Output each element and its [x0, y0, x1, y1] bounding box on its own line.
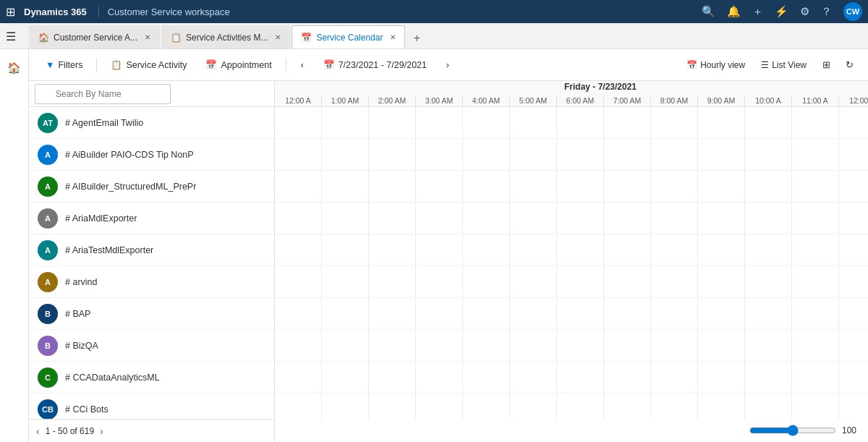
grid-cell[interactable]: [698, 362, 745, 393]
grid-cell[interactable]: [557, 203, 604, 234]
grid-cell[interactable]: [369, 266, 416, 297]
grid-cell[interactable]: [416, 298, 463, 329]
grid-cell[interactable]: [651, 139, 698, 170]
list-view-button[interactable]: ☰ List View: [754, 55, 813, 75]
grid-cell[interactable]: [510, 107, 557, 138]
help-icon[interactable]: ？: [821, 5, 832, 19]
grid-cell[interactable]: [463, 362, 510, 393]
grid-icon[interactable]: ⊞: [6, 5, 15, 19]
grid-cell[interactable]: [839, 171, 868, 202]
grid-cell[interactable]: [557, 234, 604, 265]
grid-cell[interactable]: [369, 362, 416, 393]
grid-cell[interactable]: [604, 139, 651, 170]
grid-cell[interactable]: [275, 234, 322, 265]
grid-cell[interactable]: [275, 362, 322, 393]
grid-cell[interactable]: [510, 234, 557, 265]
filters-button[interactable]: ▼ Filters: [38, 54, 90, 77]
grid-cell[interactable]: [839, 107, 868, 138]
grid-cell[interactable]: [651, 234, 698, 265]
grid-cell[interactable]: [369, 171, 416, 202]
grid-cell[interactable]: [651, 203, 698, 234]
grid-cell[interactable]: [698, 394, 745, 419]
list-item[interactable]: A # AriaTestMdlExporter: [29, 234, 274, 266]
grid-cell[interactable]: [557, 266, 604, 297]
grid-cell[interactable]: [416, 394, 463, 419]
grid-cell[interactable]: [510, 266, 557, 297]
grid-cell[interactable]: [557, 139, 604, 170]
grid-cell[interactable]: [745, 362, 792, 393]
tab-close-service-activities[interactable]: ✕: [275, 33, 281, 41]
grid-layout-button[interactable]: ⊞: [816, 55, 836, 75]
grid-cell[interactable]: [604, 394, 651, 419]
grid-cell[interactable]: [651, 298, 698, 329]
grid-cell[interactable]: [416, 139, 463, 170]
grid-cell[interactable]: [369, 330, 416, 361]
grid-cell[interactable]: [745, 266, 792, 297]
notifications-icon[interactable]: 🔔: [727, 5, 741, 18]
grid-cell[interactable]: [839, 298, 868, 329]
grid-cell[interactable]: [322, 203, 369, 234]
grid-cell[interactable]: [698, 203, 745, 234]
grid-cell[interactable]: [839, 139, 868, 170]
list-item[interactable]: B # BizQA: [29, 330, 274, 362]
tab-close-service-calendar[interactable]: ✕: [390, 33, 396, 41]
grid-cell[interactable]: [604, 266, 651, 297]
grid-cell[interactable]: [839, 266, 868, 297]
grid-cell[interactable]: [792, 234, 839, 265]
grid-cell[interactable]: [745, 139, 792, 170]
search-input[interactable]: [35, 84, 171, 104]
grid-cell[interactable]: [651, 394, 698, 419]
grid-cell[interactable]: [698, 298, 745, 329]
grid-cell[interactable]: [651, 266, 698, 297]
tab-customer-service[interactable]: 🏠 Customer Service A... ✕: [29, 25, 160, 48]
grid-cell[interactable]: [416, 171, 463, 202]
grid-cell[interactable]: [698, 107, 745, 138]
grid-cell[interactable]: [745, 203, 792, 234]
grid-cell[interactable]: [651, 171, 698, 202]
next-page-button[interactable]: ›: [100, 425, 103, 437]
grid-cell[interactable]: [463, 298, 510, 329]
list-item[interactable]: A # AiBuilder PAIO-CDS Tip NonP: [29, 139, 274, 171]
list-item[interactable]: A # arvind: [29, 266, 274, 298]
grid-cell[interactable]: [745, 234, 792, 265]
grid-cell[interactable]: [275, 203, 322, 234]
grid-cell[interactable]: [463, 107, 510, 138]
grid-cell[interactable]: [463, 234, 510, 265]
grid-cell[interactable]: [604, 330, 651, 361]
refresh-button[interactable]: ↻: [839, 55, 859, 75]
grid-cell[interactable]: [369, 203, 416, 234]
grid-cell[interactable]: [792, 330, 839, 361]
grid-cell[interactable]: [745, 107, 792, 138]
search-icon[interactable]: 🔍: [702, 5, 715, 18]
grid-cell[interactable]: [839, 330, 868, 361]
settings-icon[interactable]: ⚙: [800, 5, 809, 18]
tab-close-customer-service[interactable]: ✕: [145, 33, 150, 41]
grid-cell[interactable]: [604, 234, 651, 265]
grid-cell[interactable]: [510, 394, 557, 419]
grid-cell[interactable]: [839, 362, 868, 393]
grid-cell[interactable]: [322, 266, 369, 297]
grid-cell[interactable]: [510, 203, 557, 234]
grid-cell[interactable]: [604, 107, 651, 138]
grid-cell[interactable]: [510, 139, 557, 170]
grid-cell[interactable]: [322, 298, 369, 329]
grid-cell[interactable]: [369, 107, 416, 138]
grid-cell[interactable]: [839, 394, 868, 419]
grid-cell[interactable]: [792, 139, 839, 170]
list-item[interactable]: B # BAP: [29, 298, 274, 330]
new-tab-button[interactable]: +: [407, 28, 427, 48]
list-item[interactable]: A # AIBuilder_StructuredML_PrePr: [29, 171, 274, 203]
filter-icon[interactable]: ⚡: [775, 5, 788, 18]
grid-cell[interactable]: [557, 171, 604, 202]
grid-cell[interactable]: [792, 394, 839, 419]
grid-cell[interactable]: [369, 139, 416, 170]
grid-cell[interactable]: [322, 139, 369, 170]
grid-cell[interactable]: [792, 266, 839, 297]
grid-cell[interactable]: [416, 234, 463, 265]
grid-cell[interactable]: [698, 330, 745, 361]
prev-page-button[interactable]: ‹: [36, 425, 40, 437]
time-grid-container[interactable]: Friday - 7/23/2021 12:00 A1:00 AM2:00 AM…: [275, 81, 868, 442]
grid-cell[interactable]: [416, 362, 463, 393]
grid-cell[interactable]: [557, 394, 604, 419]
grid-cell[interactable]: [698, 266, 745, 297]
